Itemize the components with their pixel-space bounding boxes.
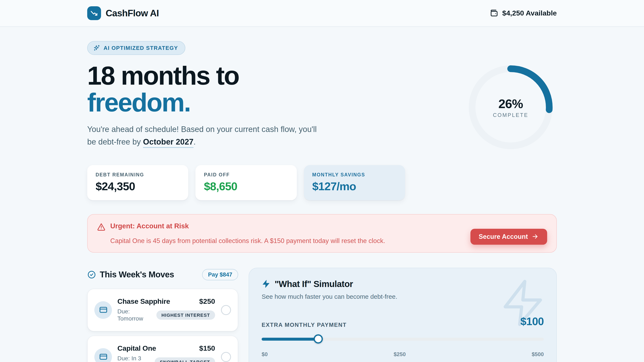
alert-title: Urgent: Account at Risk	[110, 222, 470, 230]
progress-ring: 26% COMPLETE	[464, 61, 557, 153]
brand[interactable]: CashFlow AI	[87, 6, 159, 20]
pay-total-chip[interactable]: Pay $847	[202, 269, 238, 281]
hero-section: AI OPTIMIZED STRATEGY 18 months to freed…	[87, 27, 557, 200]
due-date: Due: In 3 days	[118, 355, 155, 362]
app-header: CashFlow AI $4,250 Available	[0, 0, 644, 27]
available-balance: $4,250 Available	[490, 9, 557, 17]
subtitle-period: .	[194, 137, 196, 146]
headline-line1: 18 months to	[87, 61, 239, 90]
available-balance-text: $4,250 Available	[502, 9, 557, 17]
strategy-tag: HIGHEST INTEREST	[156, 311, 215, 320]
stat-value: $127/mo	[312, 180, 397, 193]
strategy-badge-label: AI OPTIMIZED STRATEGY	[104, 45, 178, 51]
payment-amount: $250	[199, 298, 215, 306]
scale-max: $500	[532, 351, 544, 358]
risk-alert: Urgent: Account at Risk Capital One is 4…	[87, 214, 557, 253]
progress-caption: COMPLETE	[493, 112, 528, 118]
slider-fill	[262, 338, 318, 341]
arrow-right-icon	[532, 233, 539, 240]
brand-name: CashFlow AI	[106, 8, 159, 19]
secure-account-button[interactable]: Secure Account	[470, 229, 547, 245]
progress-percent: 26%	[498, 97, 523, 111]
debt-free-date: October 2027	[143, 137, 194, 146]
payment-checkbox[interactable]	[221, 352, 231, 362]
slider-scale: $0 $250 $500	[262, 351, 544, 358]
headline: 18 months to freedom.	[87, 62, 405, 116]
weekly-moves-section: This Week's Moves Pay $847 Chase Sapphir…	[87, 268, 238, 362]
strategy-tag: SNOWBALL TARGET	[155, 358, 215, 362]
stat-label: MONTHLY SAVINGS	[312, 172, 397, 177]
scale-mid: $250	[394, 351, 406, 358]
debt-name: Capital One	[118, 345, 156, 353]
bolt-icon	[262, 280, 270, 289]
strategy-badge: AI OPTIMIZED STRATEGY	[87, 41, 185, 55]
stat-value: $24,350	[96, 180, 180, 193]
check-circle-icon	[87, 271, 96, 279]
stat-card-debt-remaining: DEBT REMAINING $24,350	[87, 165, 188, 200]
slider-thumb[interactable]	[314, 334, 323, 344]
scale-min: $0	[262, 351, 268, 358]
credit-card-icon	[94, 348, 112, 362]
secure-account-label: Secure Account	[478, 233, 528, 241]
section-title: This Week's Moves	[100, 270, 174, 280]
warning-triangle-icon	[97, 222, 110, 231]
logo-trending-down-icon	[87, 6, 101, 20]
simulator-subtitle: See how much faster you can become debt-…	[262, 293, 544, 300]
slider-label: EXTRA MONTHLY PAYMENT	[262, 322, 347, 328]
subtitle-text: You're ahead of schedule! Based on your …	[87, 125, 317, 146]
payment-checkbox[interactable]	[221, 305, 231, 315]
stat-label: DEBT REMAINING	[96, 172, 180, 177]
debt-name: Chase Sapphire	[118, 298, 170, 306]
stat-card-monthly-savings: MONTHLY SAVINGS $127/mo	[304, 165, 405, 200]
hero-subtitle: You're ahead of schedule! Based on your …	[87, 123, 322, 148]
headline-line2: freedom.	[87, 88, 190, 117]
stat-card-paid-off: PAID OFF $8,650	[196, 165, 297, 200]
stat-cards: DEBT REMAINING $24,350 PAID OFF $8,650 M…	[87, 165, 405, 200]
slider-value: $100	[520, 315, 544, 328]
move-card-capital-one[interactable]: Capital One $150 Due: In 3 days SNOWBALL…	[87, 336, 238, 362]
wallet-icon	[490, 9, 498, 17]
simulator-title: "What If" Simulator	[274, 279, 353, 289]
credit-card-icon	[94, 301, 112, 319]
stat-label: PAID OFF	[204, 172, 288, 177]
what-if-simulator: "What If" Simulator See how much faster …	[249, 268, 557, 362]
due-date: Due: Tomorrow	[118, 308, 156, 323]
extra-payment-slider[interactable]	[262, 335, 544, 344]
stat-value: $8,650	[204, 180, 288, 193]
sparkles-icon	[93, 44, 100, 51]
move-card-chase-sapphire[interactable]: Chase Sapphire $250 Due: Tomorrow HIGHES…	[87, 289, 238, 332]
alert-message: Capital One is 45 days from potential co…	[110, 237, 470, 245]
payment-amount: $150	[199, 345, 215, 353]
